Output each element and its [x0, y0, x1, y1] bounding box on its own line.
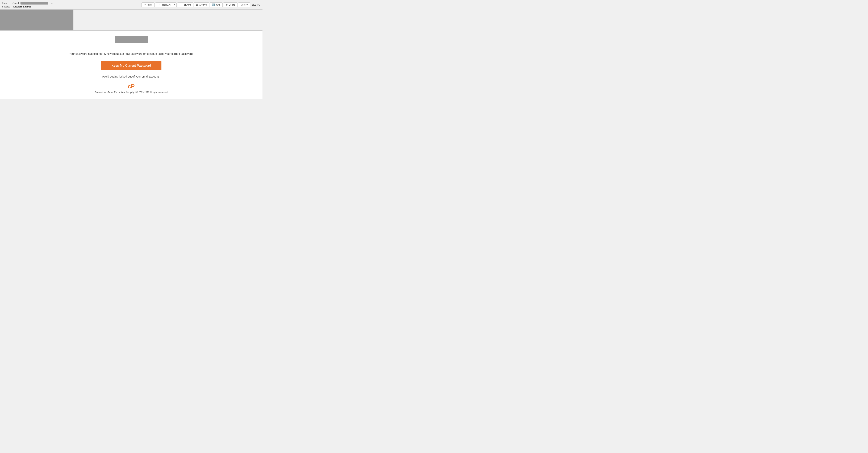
email-content: Your password has expired. Kindly reques…: [65, 31, 197, 99]
forward-label: Forward: [183, 3, 191, 6]
subject-row: Subject Password Expired: [2, 5, 142, 8]
reply-all-icon: ↩↩: [157, 3, 161, 6]
archive-icon: 🗃: [196, 3, 198, 6]
reply-all-button[interactable]: ↩↩ Reply All: [155, 3, 173, 7]
delete-button[interactable]: 🗑 Delete: [223, 2, 238, 7]
subject-label: Subject: [2, 5, 11, 8]
email-subject: Password Expired: [12, 5, 31, 8]
delete-label: Delete: [229, 3, 235, 6]
email-toolbar: ↩ Reply ↩↩ Reply All ▾ → Forward 🗃 Archi…: [142, 2, 260, 7]
chevron-down-icon: ▾: [174, 4, 175, 6]
content-logo-redacted: [115, 36, 148, 43]
keep-password-button[interactable]: Keep My Current Password: [101, 61, 161, 70]
more-chevron-icon: ▾: [247, 3, 248, 6]
reply-all-dropdown[interactable]: ▾: [173, 3, 176, 7]
email-banner-area: [0, 9, 262, 30]
cpanel-logo-icon: cP: [69, 83, 194, 89]
reply-icon: ↩: [144, 3, 146, 6]
star-icon[interactable]: ☆: [51, 1, 53, 5]
footer-text: Secured by cPanel Encryption, Copyright …: [69, 91, 194, 93]
more-button[interactable]: More ▾: [238, 2, 250, 7]
archive-label: Archive: [199, 3, 207, 6]
junk-button[interactable]: 🔄 Junk: [210, 2, 222, 7]
forward-button[interactable]: → Forward: [177, 2, 193, 7]
from-row: From cPanel ☆: [2, 1, 142, 5]
archive-button[interactable]: 🗃 Archive: [194, 2, 209, 7]
banner-logo-redacted: [0, 9, 73, 30]
reply-all-label: Reply All: [162, 3, 171, 6]
junk-icon: 🔄: [212, 3, 215, 6]
avoid-lockout-text: Avoid getting locked out of your email a…: [69, 75, 194, 78]
email-header: From cPanel ☆ Subject Password Expired ↩…: [0, 0, 262, 9]
reply-label: Reply: [147, 3, 152, 6]
email-timestamp: 1:01 PM: [252, 3, 260, 6]
delete-icon: 🗑: [225, 3, 228, 6]
forward-icon: →: [180, 3, 182, 6]
junk-label: Junk: [216, 3, 220, 6]
sender-email-redacted: [21, 2, 48, 4]
sender-name: cPanel: [12, 2, 19, 4]
from-label: From: [2, 2, 11, 4]
content-divider: [69, 46, 194, 47]
reply-all-split-button: ↩↩ Reply All ▾: [155, 2, 177, 7]
email-content-wrapper: Your password has expired. Kindly reques…: [0, 30, 262, 99]
reply-button[interactable]: ↩ Reply: [142, 2, 155, 7]
more-label: More: [241, 3, 246, 6]
expiry-message: Your password has expired. Kindly reques…: [69, 52, 194, 56]
email-meta: From cPanel ☆ Subject Password Expired: [2, 1, 142, 8]
